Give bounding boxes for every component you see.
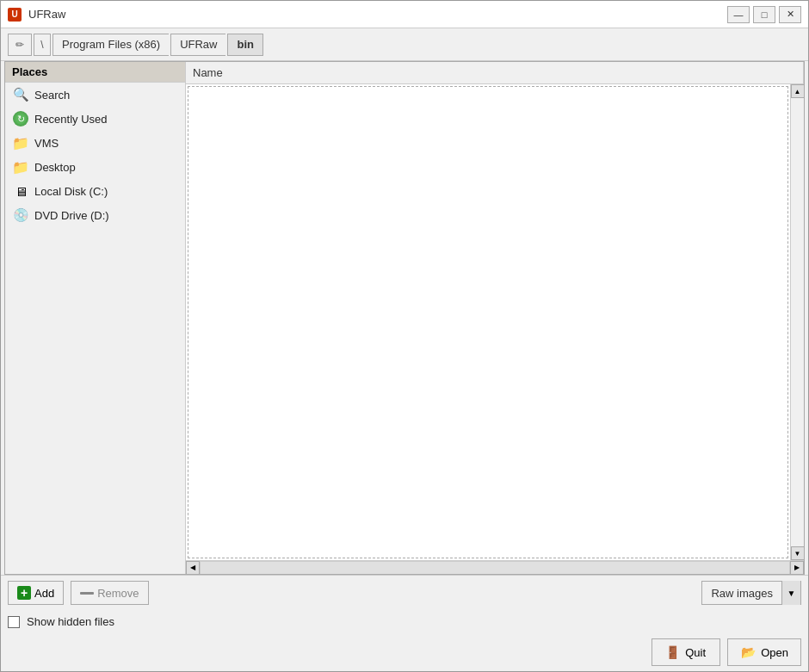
local-disk-icon: 🖥 [12, 182, 29, 200]
sidebar-item-local-disk[interactable]: 🖥 Local Disk (C:) [5, 179, 185, 203]
app-icon: U [8, 8, 22, 22]
search-icon: 🔍 [12, 86, 29, 103]
horizontal-scrollbar[interactable]: ◀ ▶ [186, 560, 804, 574]
sidebar: Places 🔍 Search ↻ Recently Used 📁 VMS [5, 62, 186, 574]
file-header: Name [186, 62, 804, 84]
remove-icon [80, 592, 94, 595]
breadcrumb-programfiles[interactable]: Program Files (x86) [52, 34, 169, 56]
sidebar-item-dvd-drive[interactable]: 💿 DVD Drive (D:) [5, 203, 185, 227]
open-button-label: Open [761, 646, 788, 659]
breadcrumb-bin[interactable]: bin [227, 34, 263, 56]
scroll-down-button[interactable]: ▼ [791, 546, 805, 560]
file-panel: Name ▲ ▼ ◀ ▶ [186, 62, 804, 574]
add-button[interactable]: + Add [8, 581, 64, 605]
action-bar: Quit Open [1, 633, 808, 671]
breadcrumb-separator: \ [34, 34, 51, 56]
scroll-up-button[interactable]: ▲ [791, 84, 805, 98]
breadcrumb-ufraw[interactable]: UFRaw [170, 34, 225, 56]
sidebar-vms-label: VMS [34, 137, 59, 150]
remove-button-label: Remove [97, 587, 139, 600]
filter-dropdown[interactable]: Raw images ▼ [701, 581, 801, 605]
breadcrumb-bin-label: bin [237, 38, 254, 51]
breadcrumb-edit-button[interactable]: ✏ [8, 34, 32, 56]
sidebar-recently-used-label: Recently Used [34, 113, 108, 126]
desktop-folder-icon: 📁 [12, 158, 29, 176]
filter-label: Raw images [702, 587, 781, 600]
show-hidden-checkbox[interactable] [8, 616, 20, 628]
close-button[interactable]: ✕ [779, 6, 801, 23]
add-button-label: Add [34, 587, 54, 600]
scroll-right-button[interactable]: ▶ [790, 561, 804, 575]
window-title: UFRaw [28, 8, 65, 21]
recently-used-icon: ↻ [12, 110, 29, 127]
add-icon: + [17, 586, 31, 600]
titlebar-controls: — □ ✕ [727, 6, 801, 23]
scroll-track-vertical[interactable] [791, 98, 805, 546]
sidebar-item-recently-used[interactable]: ↻ Recently Used [5, 107, 185, 131]
sidebar-local-disk-label: Local Disk (C:) [34, 185, 108, 198]
main-area: Places 🔍 Search ↻ Recently Used 📁 VMS [4, 61, 805, 575]
show-hidden-row: Show hidden files [1, 610, 808, 633]
maximize-button[interactable]: □ [753, 6, 775, 23]
sidebar-item-desktop[interactable]: 📁 Desktop [5, 155, 185, 179]
vms-folder-icon: 📁 [12, 134, 29, 151]
breadcrumb-ufraw-label: UFRaw [180, 38, 217, 51]
sidebar-header: Places [5, 62, 185, 83]
bottom-bar: + Add Remove Raw images ▼ [1, 575, 808, 610]
scroll-track-horizontal[interactable] [200, 561, 790, 575]
scroll-left-button[interactable]: ◀ [186, 561, 200, 575]
dvd-drive-icon: 💿 [12, 207, 29, 224]
quit-icon [664, 644, 680, 660]
titlebar: U UFRaw — □ ✕ [1, 1, 808, 28]
sidebar-search-label: Search [34, 89, 70, 102]
minimize-button[interactable]: — [727, 6, 750, 23]
quit-button[interactable]: Quit [652, 638, 720, 666]
breadcrumb-programfiles-label: Program Files (x86) [62, 38, 160, 51]
vertical-scrollbar[interactable]: ▲ ▼ [790, 84, 804, 560]
open-icon [740, 644, 756, 660]
remove-button[interactable]: Remove [71, 581, 148, 605]
separator-icon: \ [40, 39, 43, 51]
name-column-header: Name [186, 62, 804, 83]
open-button[interactable]: Open [727, 638, 801, 666]
file-list[interactable] [188, 86, 788, 558]
main-window: U UFRaw — □ ✕ ✏ \ Program Files (x86) UF… [0, 0, 809, 672]
filter-dropdown-arrow[interactable]: ▼ [781, 581, 800, 605]
sidebar-item-vms[interactable]: 📁 VMS [5, 131, 185, 155]
sidebar-desktop-label: Desktop [34, 161, 76, 174]
quit-button-label: Quit [685, 646, 706, 659]
titlebar-left: U UFRaw [8, 8, 65, 22]
edit-icon: ✏ [15, 39, 24, 51]
show-hidden-label: Show hidden files [27, 615, 114, 628]
sidebar-item-search[interactable]: 🔍 Search [5, 83, 185, 107]
sidebar-dvd-drive-label: DVD Drive (D:) [34, 209, 109, 222]
file-scroll-container: ▲ ▼ [186, 84, 804, 560]
breadcrumb-bar: ✏ \ Program Files (x86) UFRaw bin [1, 28, 808, 61]
